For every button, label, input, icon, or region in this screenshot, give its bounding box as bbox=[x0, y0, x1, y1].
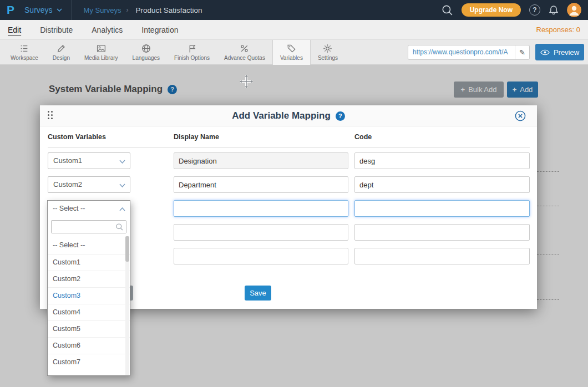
toolbar-item-label: Media Library bbox=[84, 55, 118, 61]
finish-options-icon bbox=[187, 44, 197, 53]
dropdown-option-highlighted[interactable]: Custom3 bbox=[48, 287, 130, 304]
advance-quotas-icon bbox=[240, 44, 249, 53]
column-header-display-name: Display Name bbox=[174, 133, 219, 141]
custom-variable-select[interactable]: Custom2 bbox=[48, 176, 130, 193]
search-button[interactable] bbox=[441, 4, 453, 16]
dropdown-search-input[interactable] bbox=[52, 221, 126, 233]
toolbar-item-languages[interactable]: Languages bbox=[125, 40, 168, 65]
save-button[interactable]: Save bbox=[245, 286, 271, 301]
toolbar-item-label: Variables bbox=[280, 55, 303, 61]
variables-icon bbox=[287, 44, 296, 53]
settings-gear-icon bbox=[323, 44, 332, 53]
code-input[interactable] bbox=[354, 200, 530, 217]
surveys-menu[interactable]: Surveys bbox=[24, 6, 62, 14]
avatar-icon bbox=[567, 3, 581, 17]
select-value: Custom1 bbox=[53, 156, 82, 165]
display-name-input[interactable] bbox=[174, 152, 348, 169]
toolbar-item-label: Languages bbox=[133, 55, 160, 61]
chevron-down-icon bbox=[119, 160, 125, 164]
mapping-row: Custom1 bbox=[40, 152, 537, 169]
design-icon bbox=[57, 44, 66, 53]
toolbar-item-label: Settings bbox=[318, 55, 338, 61]
bell-icon bbox=[549, 5, 559, 16]
chevron-down-icon bbox=[57, 8, 62, 12]
tab-integration[interactable]: Integration bbox=[141, 26, 178, 34]
toolbar-item-label: Design bbox=[53, 55, 70, 61]
languages-icon bbox=[141, 44, 151, 53]
display-name-input[interactable] bbox=[174, 176, 348, 193]
dropdown-option[interactable]: -- Select -- bbox=[48, 237, 130, 254]
survey-title: Product Satisfaction bbox=[136, 6, 202, 14]
close-modal-button[interactable] bbox=[515, 110, 526, 121]
toolbar-item-workspace[interactable]: Workspace bbox=[3, 40, 45, 65]
edit-toolbar: Workspace Design Media Library Languages… bbox=[0, 40, 588, 65]
help-button[interactable]: ? bbox=[529, 4, 540, 16]
search-icon bbox=[441, 4, 453, 16]
user-avatar[interactable] bbox=[567, 3, 581, 17]
upgrade-now-button[interactable]: Upgrade Now bbox=[462, 3, 521, 17]
custom-variable-dropdown: -- Select -- -- Select -- Custom1 Custom… bbox=[47, 200, 130, 376]
survey-url-box[interactable]: https://www.questionpro.com/t/A ✎ bbox=[408, 45, 530, 60]
search-icon bbox=[115, 223, 124, 231]
dropdown-option[interactable]: Custom5 bbox=[48, 320, 130, 337]
tab-analytics[interactable]: Analytics bbox=[92, 26, 123, 34]
toolbar-item-variables[interactable]: Variables bbox=[272, 40, 311, 65]
display-name-input[interactable] bbox=[174, 224, 348, 241]
nav-tabs-bar: Edit Distribute Analytics Integration Re… bbox=[0, 20, 588, 40]
close-icon bbox=[515, 110, 526, 121]
select-value: Custom2 bbox=[53, 180, 82, 189]
edit-url-pencil-icon[interactable]: ✎ bbox=[515, 45, 529, 59]
workspace-icon bbox=[19, 44, 29, 53]
dropdown-option[interactable]: Custom6 bbox=[48, 337, 130, 354]
chevron-up-icon bbox=[119, 207, 125, 211]
code-input[interactable] bbox=[354, 152, 530, 169]
breadcrumb-my-surveys[interactable]: My Surveys bbox=[84, 6, 121, 14]
display-name-input[interactable] bbox=[174, 248, 348, 264]
toolbar-item-settings[interactable]: Settings bbox=[311, 40, 345, 65]
dropdown-option[interactable]: Custom4 bbox=[48, 304, 130, 320]
surveys-menu-label: Surveys bbox=[24, 6, 53, 14]
preview-button-label: Preview bbox=[554, 48, 579, 57]
responses-count: Responses: 0 bbox=[536, 26, 581, 34]
survey-url-text: https://www.questionpro.com/t/A bbox=[408, 45, 515, 59]
questionpro-logo[interactable]: P bbox=[7, 3, 14, 17]
topbar-actions: Upgrade Now ? bbox=[441, 3, 581, 17]
display-name-input[interactable] bbox=[174, 200, 348, 217]
modal-title: Add Variable Mapping ? bbox=[40, 105, 537, 126]
mapping-row: Custom2 bbox=[40, 176, 537, 193]
toolbar-item-design[interactable]: Design bbox=[45, 40, 77, 65]
code-input[interactable] bbox=[354, 224, 530, 241]
media-library-icon bbox=[97, 44, 106, 53]
column-header-code: Code bbox=[354, 133, 372, 141]
custom-variable-select[interactable]: Custom1 bbox=[48, 152, 130, 169]
modal-title-text: Add Variable Mapping bbox=[232, 110, 331, 121]
toolbar-item-media-library[interactable]: Media Library bbox=[77, 40, 125, 65]
tab-edit[interactable]: Edit bbox=[8, 26, 21, 34]
dropdown-option[interactable]: Custom1 bbox=[48, 254, 130, 271]
code-input[interactable] bbox=[354, 248, 530, 264]
preview-button[interactable]: Preview bbox=[535, 44, 584, 60]
scrollbar-thumb[interactable] bbox=[125, 236, 129, 262]
dropdown-value-text: -- Select -- bbox=[53, 205, 85, 212]
modal-help-icon[interactable]: ? bbox=[336, 111, 345, 121]
notifications-button[interactable] bbox=[549, 5, 559, 16]
tab-distribute[interactable]: Distribute bbox=[40, 26, 73, 34]
drag-handle-icon[interactable] bbox=[48, 111, 53, 119]
modal-header: Add Variable Mapping ? bbox=[40, 105, 537, 126]
dropdown-option[interactable]: Custom7 bbox=[48, 354, 130, 370]
topbar: P Surveys My Surveys › Product Satisfact… bbox=[0, 0, 588, 20]
eye-icon bbox=[540, 49, 550, 55]
breadcrumb-separator: › bbox=[126, 6, 129, 14]
code-input[interactable] bbox=[354, 176, 530, 193]
toolbar-item-label: Finish Options bbox=[174, 55, 210, 61]
dropdown-search-box bbox=[51, 220, 126, 233]
column-header-custom-variables: Custom Variables bbox=[48, 133, 106, 141]
toolbar-item-label: Advance Quotas bbox=[224, 55, 265, 61]
dropdown-scrollbar[interactable] bbox=[125, 236, 129, 375]
toolbar-item-advance-quotas[interactable]: Advance Quotas bbox=[217, 40, 272, 65]
dropdown-selected-value[interactable]: -- Select -- bbox=[48, 201, 130, 217]
toolbar-item-finish-options[interactable]: Finish Options bbox=[167, 40, 217, 65]
dropdown-option[interactable]: Custom2 bbox=[48, 271, 130, 287]
topbar-divider bbox=[71, 0, 72, 20]
chevron-down-icon bbox=[119, 184, 125, 187]
